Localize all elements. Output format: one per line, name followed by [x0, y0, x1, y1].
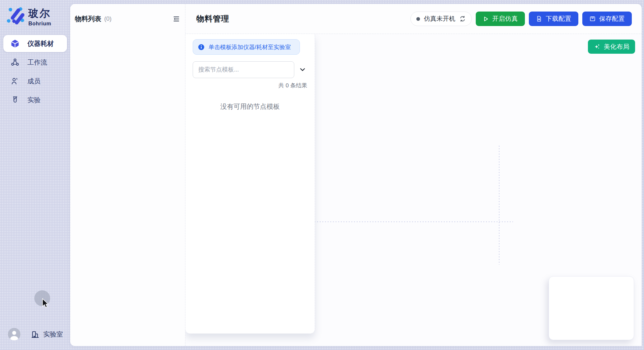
sidebar-item-experiment[interactable]: 实验 [3, 91, 67, 108]
collapse-panel-button[interactable] [172, 15, 181, 23]
sidebar-item-label: 仪器耗材 [27, 39, 54, 48]
sidebar-item-label: 成员 [27, 77, 41, 86]
start-simulation-label: 开启仿真 [492, 15, 518, 23]
main-panel: 物料列表 (0) 物料管理 仿真未开机 [70, 4, 642, 346]
save-config-button[interactable]: 保存配置 [582, 12, 632, 26]
download-config-label: 下载配置 [546, 15, 571, 23]
avatar[interactable] [8, 328, 20, 340]
bohrium-logo-icon [7, 7, 24, 25]
sidebar-item-instruments[interactable]: 仪器耗材 [3, 35, 67, 52]
building-icon [31, 330, 40, 339]
play-icon [483, 16, 489, 22]
download-config-button[interactable]: 下载配置 [529, 12, 578, 26]
canvas-guide-horizontal [314, 221, 513, 222]
beautify-layout-label: 美化布局 [604, 43, 629, 51]
sidebar-item-label: 工作流 [27, 58, 47, 67]
simulation-status-label: 仿真未开机 [424, 15, 455, 23]
sidebar-footer: 实验室 [8, 328, 63, 340]
cube-icon [11, 39, 19, 48]
brand-name-en: Bohrium [28, 21, 51, 27]
material-list-title: 物料列表 [75, 15, 101, 23]
info-icon [198, 44, 205, 50]
minimap[interactable] [549, 276, 634, 340]
flow-canvas[interactable]: 单击模板添加仪器/耗材至实验室 共 0 条结果 没有可用的节点模板 美化布局 [185, 34, 642, 346]
template-hint-banner: 单击模板添加仪器/耗材至实验室 [193, 39, 300, 55]
material-list-panel: 物料列表 (0) [70, 4, 185, 346]
template-panel: 单击模板添加仪器/耗材至实验室 共 0 条结果 没有可用的节点模板 [185, 34, 315, 334]
sidebar: 玻尔 Bohrium 仪器耗材 工作流 [0, 0, 70, 350]
experiment-icon [11, 96, 19, 104]
collapse-panel-icon [172, 15, 180, 23]
empty-template-message: 没有可用的节点模板 [185, 102, 315, 111]
workflow-icon [11, 58, 19, 67]
canvas-guide-vertical [499, 146, 499, 265]
sidebar-item-members[interactable]: 成员 [3, 73, 67, 90]
search-input[interactable] [193, 61, 294, 78]
header-actions: 仿真未开机 开启仿真 [410, 12, 632, 26]
material-list-header: 物料列表 (0) [75, 15, 181, 23]
sidebar-item-label: 实验 [27, 96, 41, 104]
content-area: 物料管理 仿真未开机 开启仿真 [185, 4, 642, 346]
sidebar-item-workflow[interactable]: 工作流 [3, 54, 67, 71]
sparkles-icon [594, 43, 600, 50]
status-dot-icon [416, 17, 420, 21]
brand-logo: 玻尔 Bohrium [7, 7, 51, 27]
members-icon [11, 77, 19, 86]
content-header: 物料管理 仿真未开机 开启仿真 [185, 4, 642, 34]
start-simulation-button[interactable]: 开启仿真 [476, 12, 525, 26]
save-icon [589, 15, 596, 22]
material-list-count: (0) [104, 15, 112, 22]
save-config-label: 保存配置 [599, 15, 625, 23]
chevron-down-icon[interactable] [299, 66, 306, 73]
result-count: 共 0 条结果 [278, 82, 307, 89]
mouse-cursor [42, 298, 49, 308]
template-hint-text: 单击模板添加仪器/耗材至实验室 [209, 43, 291, 51]
page-title: 物料管理 [196, 14, 229, 24]
lab-label[interactable]: 实验室 [43, 330, 63, 339]
sidebar-nav: 仪器耗材 工作流 成员 实验 [3, 35, 67, 108]
beautify-layout-button[interactable]: 美化布局 [588, 40, 635, 54]
file-download-icon [536, 15, 542, 22]
simulation-status-pill[interactable]: 仿真未开机 [410, 12, 472, 26]
brand-name-zh: 玻尔 [28, 7, 51, 20]
refresh-icon[interactable] [459, 15, 466, 22]
